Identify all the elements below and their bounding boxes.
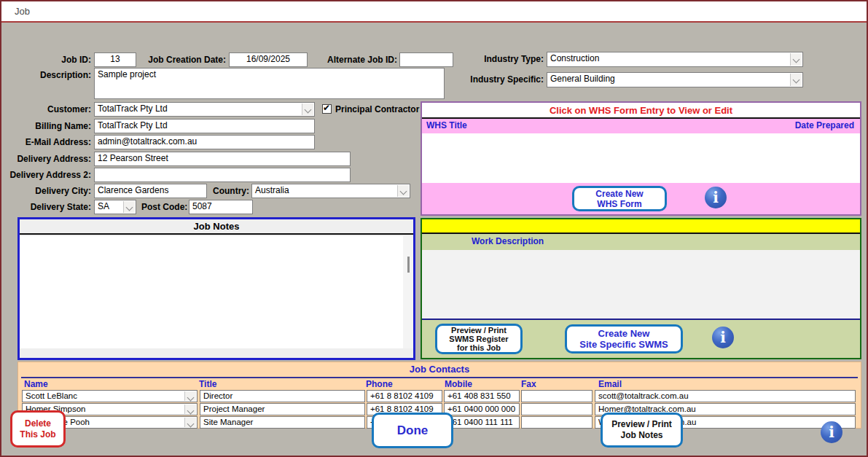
preview-print-job-notes-button[interactable]: Preview / Print Job Notes [601, 413, 683, 448]
delivery-state-select[interactable]: SA [94, 200, 136, 214]
contact-mobile-field[interactable]: +61 0400 111 111 [444, 416, 520, 429]
delivery-address2-field[interactable] [94, 168, 351, 182]
description-field[interactable]: Sample project [94, 68, 445, 99]
job-notes-title: Job Notes [20, 219, 413, 235]
whs-form-list[interactable] [422, 133, 860, 183]
contact-name-select[interactable]: Scott LeBlanc [22, 390, 198, 402]
contacts-header-name: Name [24, 379, 48, 389]
customer-value: TotalTrack Pty Ltd [98, 103, 168, 114]
title-bar: Job [1, 1, 867, 23]
customer-label: Customer: [31, 104, 91, 114]
description-label: Description: [31, 70, 91, 80]
contacts-header-title: Title [199, 379, 216, 389]
chevron-down-icon[interactable] [184, 405, 196, 414]
chevron-down-icon[interactable] [397, 185, 409, 197]
swms-panel: Work Description Preview / Print SWMS Re… [421, 218, 861, 359]
billing-name-label: Billing Name: [23, 121, 91, 131]
alternate-job-id-label: Alternate Job ID: [322, 55, 397, 65]
post-code-label: Post Code: [141, 202, 187, 212]
chevron-down-icon[interactable] [302, 103, 313, 115]
contacts-header-fax: Fax [521, 379, 536, 389]
country-label: Country: [209, 186, 249, 196]
work-description-label: Work Description [472, 236, 544, 246]
whs-panel-footer: Create New WHS Form i [422, 183, 860, 214]
job-notes-panel: Job Notes [17, 217, 415, 360]
industry-type-value: Construction [550, 53, 599, 63]
delete-this-job-button[interactable]: Delete This Job [10, 410, 66, 448]
email-address-label: E-Mail Address: [17, 137, 91, 147]
job-info-icon[interactable]: i [821, 421, 842, 443]
alternate-job-id-field[interactable] [399, 52, 453, 67]
job-creation-date-field[interactable]: 16/09/2025 [229, 52, 308, 67]
whs-column-headers: WHS Title Date Prepared [422, 119, 860, 133]
email-address-field[interactable]: admin@totaltrack.com.au [94, 135, 315, 149]
whs-info-icon[interactable]: i [705, 187, 727, 208]
delivery-address-field[interactable]: 12 Pearson Street [94, 152, 351, 166]
billing-name-field[interactable]: TotalTrack Pty Ltd [94, 119, 315, 133]
country-select[interactable]: Australia [251, 184, 410, 198]
whs-title-column-label: WHS Title [426, 120, 467, 130]
whs-forms-panel: Click on WHS Form Entry to View or Edit … [421, 101, 861, 216]
chevron-down-icon[interactable] [123, 201, 135, 213]
contact-title-field[interactable]: Project Manager [200, 403, 365, 415]
window-title: Job [15, 6, 30, 17]
contacts-header-email: Email [598, 379, 622, 389]
country-value: Australia [255, 185, 289, 195]
contacts-divider [21, 377, 858, 378]
job-creation-date-label: Job Creation Date: [136, 55, 226, 65]
industry-specific-label: Industry Specific: [456, 74, 544, 85]
principal-contractor-label: Principal Contractor [335, 104, 423, 114]
contact-fax-field[interactable] [521, 416, 593, 429]
swms-list[interactable] [422, 250, 860, 319]
chevron-down-icon[interactable] [184, 418, 196, 427]
industry-specific-value: General Building [550, 74, 615, 84]
preview-print-swms-register-button[interactable]: Preview / Print SWMS Register for this J… [435, 324, 523, 354]
chevron-down-icon[interactable] [184, 391, 196, 401]
swms-panel-footer: Preview / Print SWMS Register for this J… [422, 320, 860, 358]
industry-type-label: Industry Type: [464, 54, 544, 64]
job-window: Job Job ID: 13 Job Creation Date: 16/09/… [0, 0, 868, 457]
contact-mobile-field[interactable]: +61 408 831 550 [444, 390, 520, 402]
delivery-city-label: Delivery City: [23, 186, 91, 196]
create-new-whs-form-button[interactable]: Create New WHS Form [572, 186, 667, 211]
contact-title-field[interactable]: Director [200, 390, 365, 402]
contact-title-field[interactable]: Site Manager [200, 416, 365, 429]
job-notes-textarea[interactable] [20, 236, 403, 348]
chevron-down-icon[interactable] [790, 53, 802, 66]
contact-fax-field[interactable] [521, 403, 593, 415]
delivery-address-label: Delivery Address: [12, 154, 91, 164]
chevron-down-icon[interactable] [790, 74, 802, 86]
contact-phone-field[interactable]: +61 8 8102 4109 [367, 390, 442, 402]
industry-type-select[interactable]: Construction [547, 52, 803, 67]
post-code-field[interactable]: 5087 [189, 200, 253, 214]
contact-email-field[interactable]: scott@totaltrack.com.au [595, 390, 856, 402]
job-id-field[interactable]: 13 [94, 52, 136, 67]
job-notes-scrollbar[interactable] [403, 236, 413, 348]
principal-contractor-checkbox[interactable] [322, 104, 332, 114]
swms-info-icon[interactable]: i [712, 327, 734, 348]
whs-panel-header: Click on WHS Form Entry to View or Edit [422, 103, 860, 119]
job-form: Job ID: 13 Job Creation Date: 16/09/2025… [1, 24, 867, 456]
contacts-header-phone: Phone [366, 379, 393, 389]
scrollbar-thumb[interactable] [407, 257, 410, 273]
job-id-label: Job ID: [31, 55, 91, 65]
job-contacts-title: Job Contacts [18, 364, 861, 375]
contact-fax-field[interactable] [521, 390, 593, 402]
contact-mobile-field[interactable]: +61 0400 000 000 [444, 403, 520, 415]
date-prepared-column-label: Date Prepared [795, 120, 854, 130]
work-description-header: Work Description [422, 234, 860, 250]
done-button[interactable]: Done [372, 413, 453, 448]
delivery-state-label: Delivery State: [17, 202, 91, 212]
delivery-city-field[interactable]: Clarence Gardens [94, 184, 207, 198]
customer-select[interactable]: TotalTrack Pty Ltd [94, 102, 315, 117]
delivery-state-value: SA [98, 201, 109, 211]
swms-yellow-bar [422, 219, 860, 234]
contacts-header-mobile: Mobile [445, 379, 472, 389]
delivery-address2-label: Delivery Address 2: [6, 170, 91, 180]
industry-specific-select[interactable]: General Building [547, 72, 803, 87]
create-new-site-specific-swms-button[interactable]: Create New Site Specific SWMS [565, 324, 683, 354]
